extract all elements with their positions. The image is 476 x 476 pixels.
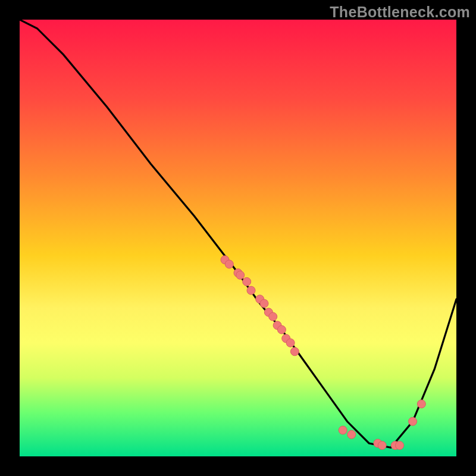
data-point [417,400,425,408]
data-point [378,441,386,450]
data-point [347,430,356,439]
data-point [260,299,268,308]
data-points-group [221,256,425,450]
data-point [396,441,404,450]
data-point [290,347,299,356]
data-point [225,260,233,268]
curve-path [20,20,456,447]
data-point [277,325,286,334]
chart-frame: TheBottleneck.com [0,0,476,476]
data-point [339,426,347,434]
data-point [247,286,255,295]
data-point [236,271,245,279]
watermark-text: TheBottleneck.com [330,4,470,21]
data-point [286,339,295,347]
plot-area [20,20,456,456]
data-point [269,312,277,321]
chart-svg [20,20,456,456]
data-point [243,277,251,286]
data-point [409,417,417,425]
